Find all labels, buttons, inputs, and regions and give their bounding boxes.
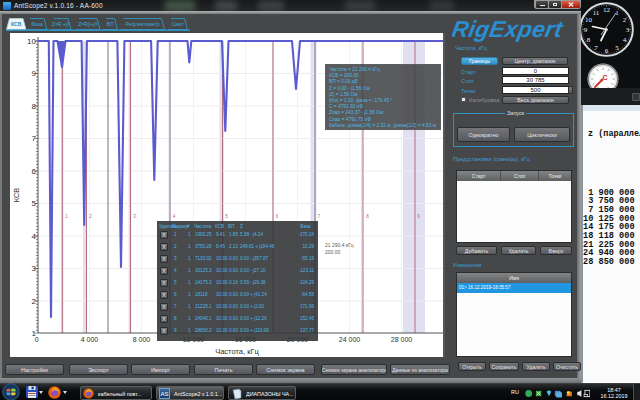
svg-text:3: 3 — [32, 264, 37, 273]
svg-text:10: 10 — [27, 37, 36, 46]
svg-text:6: 6 — [32, 167, 37, 176]
svg-text:4 000: 4 000 — [81, 336, 99, 343]
svg-text:7: 7 — [32, 134, 37, 143]
svg-text:3: 3 — [133, 214, 136, 219]
svg-text:24 000: 24 000 — [339, 336, 361, 343]
svg-text:КСВ: КСВ — [11, 21, 22, 27]
svg-text:Z=R +jX: Z=R +jX — [52, 21, 71, 27]
svg-text:5: 5 — [32, 199, 37, 208]
svg-text:ВП: ВП — [107, 21, 114, 27]
svg-text:10: 10 — [585, 16, 593, 24]
svg-text:8: 8 — [587, 36, 591, 44]
svg-text:2: 2 — [32, 297, 37, 306]
svg-text:4: 4 — [623, 36, 627, 44]
svg-text:Рефлектометр: Рефлектометр — [126, 21, 160, 27]
svg-text:Z=R||+jX: Z=R||+jX — [78, 21, 98, 27]
svg-text:2: 2 — [89, 214, 92, 219]
svg-text:8: 8 — [32, 102, 37, 111]
svg-text:1: 1 — [615, 9, 619, 17]
svg-text:1: 1 — [65, 214, 68, 219]
svg-text:2: 2 — [623, 16, 627, 24]
svg-text:4: 4 — [173, 214, 176, 219]
svg-text:11: 11 — [593, 9, 600, 17]
svg-text:9: 9 — [584, 26, 588, 34]
svg-text:КСВ: КСВ — [12, 188, 21, 203]
svg-text:7: 7 — [594, 44, 598, 52]
svg-text:3: 3 — [626, 26, 630, 34]
svg-text:Смит: Смит — [172, 21, 185, 27]
svg-text:6: 6 — [276, 214, 279, 219]
svg-text:4: 4 — [32, 232, 37, 241]
svg-text:Частота, кГц: Частота, кГц — [215, 347, 259, 356]
svg-text:28 000: 28 000 — [391, 336, 413, 343]
svg-text:8: 8 — [366, 214, 369, 219]
svg-text:0: 0 — [35, 336, 39, 343]
svg-text:8 000: 8 000 — [133, 336, 151, 343]
svg-text:5: 5 — [225, 214, 228, 219]
svg-text:Фаза: Фаза — [31, 21, 43, 27]
svg-text:7: 7 — [318, 214, 321, 219]
svg-text:9: 9 — [32, 69, 37, 78]
